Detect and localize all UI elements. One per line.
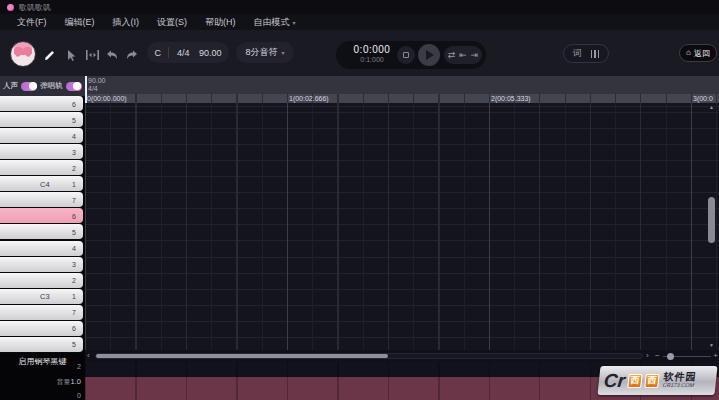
menu-item-5[interactable]: 帮助(H) [196, 16, 245, 29]
piano-key-degree-6-0[interactable]: 6 [0, 96, 83, 111]
skip-start-button[interactable]: ⇤ [459, 51, 467, 60]
horizontal-scrollbar[interactable] [95, 353, 643, 359]
key-signature-value[interactable]: C [152, 48, 163, 58]
horizontal-scrollbar-thumb[interactable] [96, 354, 388, 358]
note-value-label: 8分音符 [245, 46, 277, 59]
home-icon: ⌂ [686, 49, 691, 57]
key-degree-label: 4 [72, 132, 76, 139]
timeline-marker-3: 3(00:0 [693, 95, 713, 102]
piano-key-degree-2-4[interactable]: 2 [0, 160, 83, 175]
scroll-down-icon[interactable]: ▼ [704, 342, 719, 348]
app-window: 歌叽歌叽 文件(F)编辑(E)插入(I)设置(S)帮助(H)自由模式▾ [0, 0, 719, 400]
playhead[interactable] [85, 76, 87, 103]
menu-item-3[interactable]: 插入(I) [104, 16, 149, 29]
piano-key-degree-5-8[interactable]: 5 [0, 224, 83, 239]
piano-key-C3-12[interactable]: 1C3 [0, 289, 83, 304]
piano-key-degree-2-11[interactable]: 2 [0, 273, 83, 288]
menu-item-4[interactable]: 设置(S) [148, 16, 196, 29]
piano-key-degree-6-7[interactable]: 6 [0, 208, 83, 223]
vertical-scrollbar[interactable]: ▲ ▼ [704, 103, 719, 350]
transport-bar: 0:0:000 0:1:000 ⇄ ⇤ ⇥ [336, 41, 486, 69]
volume-current-label: 音量1.0 [57, 377, 81, 387]
key-degree-label: 5 [72, 228, 76, 235]
piano-key-degree-4-2[interactable]: 4 [0, 128, 83, 143]
key-degree-label: 7 [72, 309, 76, 316]
key-degree-label: 4 [72, 245, 76, 252]
scroll-left-icon[interactable]: ‹ [87, 351, 90, 361]
back-button[interactable]: ⌂ 返回 [679, 44, 717, 62]
toggle-knob [29, 82, 37, 90]
tempo-value[interactable]: 90.00 [197, 48, 224, 58]
enable-black-keys-label[interactable]: 启用钢琴黑键 [0, 356, 85, 367]
stop-button[interactable] [397, 46, 415, 64]
menu-item-2[interactable]: 编辑(E) [56, 16, 104, 29]
key-degree-label: 5 [72, 341, 76, 348]
time-display: 0:0:000 0:1:000 [346, 44, 398, 63]
stretch-icon [85, 49, 100, 61]
select-tool-button[interactable] [63, 47, 79, 63]
loop-button[interactable]: ⇄ [448, 51, 456, 60]
zoom-slider-knob[interactable] [667, 353, 674, 360]
menu-item-1[interactable]: 文件(F) [8, 16, 56, 29]
timeline-marker-0: 0(00:00.000) [87, 95, 127, 102]
timeline-header[interactable]: 90.00 4/4 0(00:00.000)1(00:02.666)2(00:0… [85, 76, 719, 103]
piano-key-degree-4-9[interactable]: 4 [0, 241, 83, 256]
tracks-button[interactable] [591, 50, 600, 58]
transport-extra-group: ⇄ ⇤ ⇥ [444, 46, 482, 64]
piano-roll-grid[interactable] [85, 103, 719, 350]
key-degree-label: 6 [72, 325, 76, 332]
scroll-right-icon[interactable]: › [646, 351, 649, 361]
play-button[interactable] [418, 44, 440, 66]
vocal-toggle-label: 人声 [3, 81, 18, 91]
piano-key-degree-7-13[interactable]: 7 [0, 305, 83, 320]
key-tempo-control[interactable]: C 4/4 90.00 [147, 42, 229, 63]
scroll-up-icon[interactable]: ▲ [704, 104, 719, 110]
piano-key-degree-3-3[interactable]: 3 [0, 144, 83, 159]
timeline-signature: 4/4 [88, 85, 98, 92]
key-degree-label: 5 [72, 116, 76, 123]
volume-min-label: 0 [77, 392, 81, 399]
redo-icon [125, 49, 139, 61]
key-degree-label: 6 [72, 212, 76, 219]
watermark-logo: Cr [603, 371, 626, 390]
key-degree-label: 1 [72, 293, 76, 300]
menu-item-6[interactable]: 自由模式▾ [245, 16, 305, 29]
piano-key-degree-3-10[interactable]: 3 [0, 257, 83, 272]
watermark-block-1: 西 [627, 374, 642, 388]
timeline-marker-1: 1(00:02.666) [289, 95, 329, 102]
key-degree-label: 7 [72, 196, 76, 203]
avatar[interactable] [10, 41, 36, 67]
vertical-scrollbar-thumb[interactable] [708, 197, 715, 243]
pencil-icon [43, 49, 56, 62]
accompaniment-toggle[interactable] [66, 82, 82, 91]
skip-end-button[interactable]: ⇥ [471, 51, 479, 60]
piano-key-C4-5[interactable]: 1C4 [0, 176, 83, 191]
watermark-domain: CR173.COM [662, 383, 696, 389]
horizontal-scroll-row: ‹ › − + [85, 350, 719, 362]
current-time: 0:0:000 [346, 44, 398, 55]
vocal-toggle[interactable] [21, 82, 37, 91]
timeline-ruler[interactable]: 0(00:00.000)1(00:02.666)2(00:05.333)3(00… [85, 94, 719, 103]
lyrics-button[interactable]: 词 [573, 47, 582, 60]
app-logo-icon [7, 4, 14, 11]
zoom-control: − + [655, 350, 719, 362]
undo-button[interactable] [104, 47, 120, 63]
zoom-in-icon[interactable]: + [713, 351, 718, 360]
note-value-dropdown[interactable]: 8分音符 ▾ [236, 42, 294, 63]
zoom-out-icon[interactable]: − [655, 351, 660, 360]
piano-key-degree-6-14[interactable]: 6 [0, 321, 83, 336]
key-degree-label: 6 [72, 100, 76, 107]
pencil-tool-button[interactable] [41, 47, 57, 63]
stop-icon [403, 52, 409, 58]
piano-key-degree-5-15[interactable]: 5 [0, 337, 83, 352]
key-degree-label: 3 [72, 261, 76, 268]
redo-button[interactable] [124, 47, 140, 63]
title-bar: 歌叽歌叽 [0, 0, 719, 14]
piano-key-degree-7-6[interactable]: 7 [0, 192, 83, 207]
track-header: 人声 弹唱轨 [0, 76, 85, 96]
dropdown-arrow-icon: ▾ [293, 20, 296, 26]
stretch-tool-button[interactable] [84, 47, 100, 63]
time-signature-value[interactable]: 4/4 [175, 48, 192, 58]
timeline-tempo: 90.00 [88, 77, 106, 84]
piano-key-degree-5-1[interactable]: 5 [0, 112, 83, 127]
